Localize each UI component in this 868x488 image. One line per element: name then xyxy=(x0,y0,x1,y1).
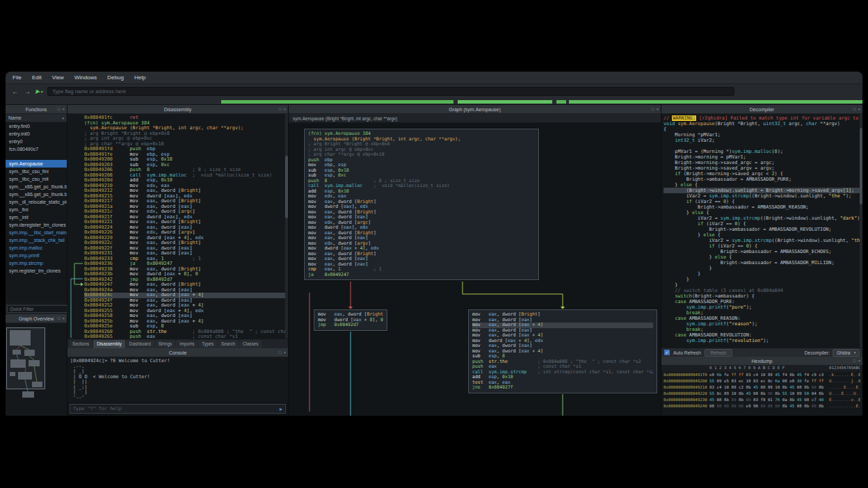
decompiler-line[interactable]: sym.imp.printf("reason"); xyxy=(664,321,860,327)
asm-line[interactable]: 0x08049208 call sym.imp.malloc ; void *m… xyxy=(84,173,287,179)
graph-function-tab[interactable]: sym.Aeropause (Bright *Bright, int argc,… xyxy=(289,114,661,123)
disassembly-scrollbar[interactable] xyxy=(285,114,288,339)
asm-line[interactable]: ; arg int argc @ ebp+0xc xyxy=(308,147,535,153)
chevron-down-icon[interactable]: ▾ xyxy=(40,89,42,94)
decompiler-line[interactable]: iVar2 = sym.imp.strcmp((Bright->window).… xyxy=(664,193,860,199)
decompiler-line[interactable]: Bright->ambassador = AMBASSADOR_REVOLUTI… xyxy=(664,227,860,232)
hex-row[interactable]: 0x000000000804924008 00 00 00 00 e9 90 0… xyxy=(664,403,860,409)
asm-line[interactable]: mov eax, dword [eax] xyxy=(308,257,535,262)
hex-row[interactable]: 0x000000000804923045 08 8b 00 8b 00 83 f… xyxy=(664,397,860,403)
decompiler-line[interactable]: Bright->morning = pMVar1; xyxy=(664,154,860,160)
tab-classes[interactable]: Classes xyxy=(239,340,262,348)
function-item[interactable]: entry0 xyxy=(6,138,67,145)
asm-line[interactable]: 0x08049247 mov eax, dword [Bright] xyxy=(84,282,287,288)
asm-line[interactable]: mov eax, dword [Bright] xyxy=(308,231,535,236)
auto-refresh-checkbox[interactable]: ✓ xyxy=(664,350,670,355)
decompiler-line[interactable]: Bright->ambassador = AMBASSADOR_REASON; xyxy=(664,204,860,210)
asm-line[interactable]: mov edx, dword [argc] xyxy=(308,220,535,226)
asm-line[interactable]: ja 0x8049247 xyxy=(308,273,535,278)
asm-line[interactable]: 0x0804922c mov eax, dword [Bright] xyxy=(84,241,287,246)
decompiler-line[interactable]: pMVar1 = (Morning *)sym.imp.malloc(8); xyxy=(664,149,860,154)
decompiler-line[interactable]: if (Bright->morning->saved_argc < 2) { xyxy=(664,171,860,177)
console-output[interactable]: [0x0804924c]> ?E Welcome to Cutter! .--.… xyxy=(67,357,288,402)
decompiler-line[interactable]: case AMBASSADOR_REASON: xyxy=(664,316,860,321)
decompiler-line[interactable]: Morning *pMVar1; xyxy=(664,132,860,138)
hex-row[interactable]: 0x000000000804920055 89 e5 83 ec 18 83 e… xyxy=(664,378,860,384)
sort-icon[interactable]: ▾ xyxy=(62,116,64,120)
float-icon[interactable]: □ xyxy=(853,359,856,363)
asm-line[interactable]: jne 0x804927f xyxy=(472,385,653,391)
asm-line[interactable]: push str.the ; 0x804a008 ; "the " ; cons… xyxy=(472,359,653,365)
asm-line[interactable]: mov eax, dword [eax] xyxy=(472,328,653,334)
asm-line[interactable]: 0x08049231 mov eax, dword [eax] xyxy=(84,251,287,257)
function-item[interactable]: sym.__x86.get_pc_thunk.bx xyxy=(6,190,67,198)
asm-line[interactable]: 0x0804921c mov edx, dword [argc] xyxy=(84,209,287,215)
asm-line[interactable]: 0x0804923b mov dword [eax + 8], 0 xyxy=(84,272,287,277)
asm-line[interactable]: mov eax, dword [eax + 4] xyxy=(472,349,653,355)
tab-imports[interactable]: Imports xyxy=(176,340,198,348)
asm-line[interactable]: 0x08049210 mov edx, eax xyxy=(84,184,287,189)
debug-start-button[interactable]: ▶ ▾ xyxy=(35,88,42,95)
console-send-icon[interactable]: ▸ xyxy=(280,406,282,412)
function-item[interactable]: entry.init0 xyxy=(6,130,67,138)
asm-line[interactable]: ; arg int argc @ ebp+0xc xyxy=(84,136,287,142)
seek-bar[interactable] xyxy=(6,99,862,105)
asm-line[interactable]: mov eax, dword [Bright] xyxy=(472,312,653,318)
decompiler-line[interactable]: break; xyxy=(664,327,860,332)
asm-line[interactable]: 0x0804925e sub esp, 8 xyxy=(84,324,287,330)
asm-line[interactable]: 0x080491fc ret xyxy=(84,115,287,121)
decompiler-line[interactable]: Bright->morning->saved_argc = argc; xyxy=(664,160,860,165)
function-item[interactable]: sym.register_tm_clones xyxy=(6,267,67,275)
asm-line[interactable]: mov eax, dword [Bright] xyxy=(308,200,535,205)
decompiler-line[interactable]: } xyxy=(664,271,860,277)
asm-line[interactable]: 0x08049206 push 8 ; 8 ; size_t size xyxy=(84,168,287,173)
float-icon[interactable]: □ xyxy=(58,316,61,320)
functions-column-header[interactable]: Name ▾ xyxy=(6,114,67,122)
asm-line[interactable]: add esp, 0x10 xyxy=(472,375,653,380)
hex-row[interactable]: 0x000000000804921083 c4 10 89 c2 8b 45 0… xyxy=(664,384,860,391)
asm-line[interactable]: call sym.imp.strcmp ; int strcmp(const c… xyxy=(472,370,653,375)
seek-search-input[interactable] xyxy=(47,87,734,96)
asm-line[interactable]: sub esp, 8 xyxy=(472,354,653,359)
decompiler-line[interactable]: sym.imp.printf("revolution"); xyxy=(664,338,860,343)
decompiler-line[interactable]: } else { xyxy=(664,232,860,238)
function-item[interactable]: sym.Aeropause xyxy=(6,160,67,168)
decompiler-line[interactable]: break; xyxy=(664,310,860,316)
float-icon[interactable]: □ xyxy=(853,107,856,111)
decompiler-line[interactable] xyxy=(664,143,860,149)
decompiler-line[interactable]: } else { xyxy=(664,210,860,215)
asm-line[interactable]: add esp, 0x10 xyxy=(308,189,535,195)
asm-line[interactable]: mov ebp, esp xyxy=(308,163,535,168)
function-item[interactable]: sym.__x86.get_pc_thunk.bp xyxy=(6,183,67,190)
asm-line[interactable]: 0x08049252 mov eax, dword [eax + 4] xyxy=(84,303,287,309)
asm-line[interactable]: 0x08049221 mov eax, dword [Bright] xyxy=(84,220,287,225)
hex-row[interactable]: 0x000000000804922055 0c 89 10 8b 45 08 8… xyxy=(664,391,860,397)
asm-line[interactable]: mov dword [eax], edx xyxy=(308,204,535,210)
function-item[interactable]: sym._fini xyxy=(6,206,67,213)
decompiler-line[interactable]: Bright->ambassador = AMBASSADOR_MILLION; xyxy=(664,260,860,266)
asm-line[interactable]: mov eax, dword [eax] xyxy=(308,215,535,220)
decompiler-line[interactable]: (Bright->window).sunlight = Bright->morn… xyxy=(664,188,860,193)
decompiler-line[interactable]: } else { xyxy=(664,254,860,260)
console-input[interactable] xyxy=(73,406,277,412)
asm-line[interactable]: (fcn) sym.Aeropause 384 xyxy=(308,131,535,137)
decompiler-line[interactable]: } else { xyxy=(664,182,860,188)
graph-canvas[interactable]: (fcn) sym.Aeropause 384 sym.Aeropause (B… xyxy=(289,123,661,416)
asm-line[interactable]: push ebp xyxy=(308,158,535,163)
asm-line[interactable]: mov eax, dword [Bright] xyxy=(308,210,535,215)
asm-line[interactable]: 0x0804921f mov dword [eax], edx xyxy=(84,215,287,220)
refresh-button[interactable]: Refresh xyxy=(705,349,733,357)
function-item[interactable]: sym.imp.__libc_start_main xyxy=(6,229,67,236)
function-item[interactable]: entry.fini0 xyxy=(6,122,67,130)
back-icon[interactable]: ← xyxy=(12,88,19,95)
function-item[interactable]: sym._init xyxy=(6,213,67,221)
asm-line[interactable]: call sym.imp.malloc ; void *malloc(size_… xyxy=(308,184,535,189)
asm-line[interactable]: 0x08049212 mov eax, dword [Bright] xyxy=(84,188,287,194)
asm-line[interactable]: 0x080491fe mov ebp, esp xyxy=(84,152,287,158)
asm-line[interactable]: sym.Aeropause (Bright *Bright, int argc,… xyxy=(84,126,287,131)
asm-line[interactable]: mov eax, dword [eax + 4] xyxy=(472,333,653,339)
asm-line[interactable]: 0x08049215 mov dword [eax], edx xyxy=(84,194,287,200)
decompiler-line[interactable]: Bright->ambassador = AMBASSADOR_ECHOES; xyxy=(664,249,860,254)
float-icon[interactable]: □ xyxy=(279,107,282,111)
decompiler-engine-select[interactable]: Ghidra ▾ xyxy=(833,349,860,357)
